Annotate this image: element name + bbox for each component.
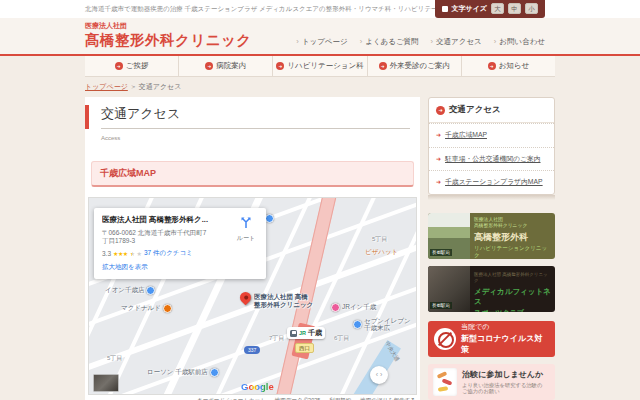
- directions-icon: [240, 217, 252, 229]
- arrow-circle-icon: [379, 62, 387, 70]
- breadcrumb: トップページ ＞ 交通アクセス: [85, 82, 640, 92]
- clinic-building-photo: 長都駅前: [428, 213, 470, 259]
- gym-photo: 長都駅前: [428, 266, 470, 312]
- route-shield: 337: [244, 346, 260, 354]
- poi-dot-icon: [331, 303, 340, 312]
- breadcrumb-separator: ＞: [130, 83, 137, 90]
- arrow-icon: [436, 131, 441, 138]
- west-exit-badge: 西口: [295, 343, 314, 353]
- font-size-small-button[interactable]: 小: [525, 3, 538, 14]
- arrow-circle-icon: [488, 62, 496, 70]
- sidebar-link-parking-transit[interactable]: 駐車場・公共交通機関のご案内: [429, 147, 554, 171]
- font-size-medium-button[interactable]: 中: [508, 3, 521, 14]
- poi-dot-icon: [163, 304, 172, 313]
- nav-item-label: 病院案内: [216, 61, 246, 71]
- arrow-icon: [436, 155, 441, 162]
- poi-aeon[interactable]: イオン千歳店: [105, 286, 155, 295]
- nav-item-rehabilitation[interactable]: リハビリテーション科: [272, 56, 366, 76]
- nav-item-label: 外来受診のご案内: [390, 61, 450, 71]
- font-size-label: 文字サイズ: [452, 4, 488, 14]
- arrow-circle-icon: [436, 106, 445, 115]
- font-size-large-button[interactable]: 大: [491, 3, 504, 14]
- utility-nav-top[interactable]: トップページ: [296, 37, 347, 47]
- train-icon: [290, 330, 297, 337]
- arrow-circle-icon: [205, 62, 213, 70]
- sidebar: 交通アクセス 千歳広域MAP 駐車場・公共交通機関のご案内 千歳ステーションプラ…: [428, 97, 555, 400]
- reviews-link[interactable]: 37 件のクチコミ: [144, 249, 193, 258]
- block-label-5chome-left: 5丁目: [107, 354, 122, 363]
- banner-rehabilitation-clinic[interactable]: 長都駅前 医療法人社団 高橋整形外科クリニック 髙橋整形外科 リハビリテーション…: [428, 213, 555, 259]
- poi-mcdonalds[interactable]: マクドナルド: [121, 304, 172, 313]
- empty-star-icon: ★: [137, 250, 142, 257]
- block-label-6chome: 6丁目: [334, 334, 349, 343]
- nav-item-outpatient[interactable]: 外来受診のご案内: [367, 56, 461, 76]
- poi-jr-inn[interactable]: JRイン千歳: [331, 303, 376, 312]
- block-label-7chome: 7丁目: [269, 334, 284, 343]
- arrow-circle-icon: [276, 62, 284, 70]
- font-size-icon: [442, 6, 448, 12]
- poi-dot-icon: [353, 320, 362, 329]
- breadcrumb-home-link[interactable]: トップページ: [85, 83, 128, 90]
- map-road: [318, 197, 417, 395]
- nav-item-label: リハビリテーション科: [287, 61, 363, 71]
- map-pin-icon[interactable]: [238, 290, 254, 306]
- utility-nav-faq[interactable]: よくあるご質問: [360, 37, 419, 47]
- access-menu-box: 交通アクセス 千歳広域MAP 駐車場・公共交通機関のご案内 千歳ステーションプラ…: [428, 97, 555, 195]
- map-info-card: 医療法人社団 髙橋整形外科ク... ルート 〒066-0062 北海道千歳市千代…: [94, 208, 266, 279]
- route-button[interactable]: ルート: [234, 215, 258, 243]
- site-description: 北海道千歳市で運動器疾患の治療 千歳ステーションプラザ メディカルスクエアの整形…: [85, 5, 464, 14]
- poi-pizzahut[interactable]: ピザハット: [365, 248, 398, 257]
- sidebar-link-station-plaza-map[interactable]: 千歳ステーションプラザ内MAP: [429, 170, 554, 194]
- top-bar: 北海道千歳市で運動器疾患の治療 千歳ステーションプラザ メディカルスクエアの整形…: [0, 0, 640, 18]
- arrow-circle-icon: [115, 62, 123, 70]
- section-heading-map: 千歳広域MAP: [91, 161, 414, 187]
- banner-covid-measures[interactable]: 当院での 新型コロナウイルス対策: [428, 321, 555, 357]
- poi-dot-icon: [146, 286, 155, 295]
- arrow-icon: [436, 178, 441, 185]
- nav-item-greeting[interactable]: ご挨拶: [85, 56, 178, 76]
- star-icons: ★★★: [113, 250, 128, 257]
- rating-value: 3.3: [102, 250, 111, 257]
- pan-control-icon[interactable]: ‹ ›: [370, 366, 388, 384]
- info-card-title: 医療法人社団 髙橋整形外科ク...: [102, 215, 227, 225]
- breadcrumb-current: 交通アクセス: [139, 83, 182, 90]
- google-map-embed[interactable]: 中央大通 公園土木 イオン千歳店 マクドナルド ピザハット JRイン千歳: [88, 197, 417, 395]
- nav-item-news[interactable]: お知らせ: [461, 56, 555, 76]
- page-title: 交通アクセス: [101, 105, 410, 129]
- site-logo[interactable]: 医療法人社団 髙橋整形外科クリニック: [85, 21, 252, 50]
- poi-lawson[interactable]: ローソン 千歳駅前店: [147, 368, 219, 377]
- poi-dot-icon: [265, 214, 274, 223]
- block-label-5chome-right: 5丁目: [372, 235, 387, 244]
- page-title-block: 交通アクセス: [85, 105, 420, 129]
- poi-dot-icon: [210, 368, 219, 377]
- map-attribution: キーボード ショートカット 地図データ ©2025 利用規約 地図の誤りを報告す…: [85, 395, 420, 400]
- google-logo[interactable]: Google: [241, 381, 274, 392]
- font-size-widget: 文字サイズ 大 中 小: [435, 0, 546, 18]
- banner-medical-fitness[interactable]: 長都駅前 医療法人社団 高橋整形外科クリニック メディカルフィットネス スポーツ…: [428, 266, 555, 312]
- half-star-icon: ★: [130, 250, 135, 257]
- utility-nav-access[interactable]: 交通アクセス: [431, 37, 482, 47]
- jr-chitose-station[interactable]: JR 千歳: [287, 327, 325, 339]
- pills-icon: [433, 368, 457, 396]
- main-column: 交通アクセス Access 千歳広域MAP 中央大通 公園土木: [85, 97, 420, 400]
- poi-seven-eleven[interactable]: セブンイレブン 千歳末広: [353, 317, 411, 331]
- nav-item-hospital-info[interactable]: 病院案内: [178, 56, 272, 76]
- logo-clinic-name: 髙橋整形外科クリニック: [85, 31, 252, 50]
- banner-clinical-trial[interactable]: 治験に参加しませんか より良い治療法を研究する治験のご協力のお願い: [428, 364, 555, 400]
- street-view-pegman-icon[interactable]: [93, 374, 119, 392]
- rating-row: 3.3 ★★★★★ 37 件のクチコミ: [102, 249, 258, 258]
- route-label: ルート: [234, 234, 258, 243]
- sidebar-link-wide-area-map[interactable]: 千歳広域MAP: [429, 123, 554, 147]
- clinic-pin-label: 医療法人社団 高橋整形外科クリニック: [254, 293, 313, 308]
- page-title-english: Access: [85, 135, 420, 141]
- main-nav: ご挨拶 病院案内 リハビリテーション科 外来受診のご案内 お知らせ: [85, 56, 555, 77]
- utility-nav-contact[interactable]: お問い合わせ: [494, 37, 545, 47]
- utility-nav: トップページ よくあるご質問 交通アクセス お問い合わせ: [296, 37, 545, 47]
- nav-item-label: ご挨拶: [126, 61, 149, 71]
- access-menu-title: 交通アクセス: [429, 98, 554, 123]
- no-virus-icon: [434, 328, 456, 350]
- clinic-address: 〒066-0062 北海道千歳市千代田町7丁目1789-3: [102, 229, 222, 245]
- box-shadow-strip: [428, 195, 555, 200]
- enlarge-map-link[interactable]: 拡大地図を表示: [102, 263, 258, 272]
- site-header: 医療法人社団 髙橋整形外科クリニック トップページ よくあるご質問 交通アクセス…: [0, 18, 640, 56]
